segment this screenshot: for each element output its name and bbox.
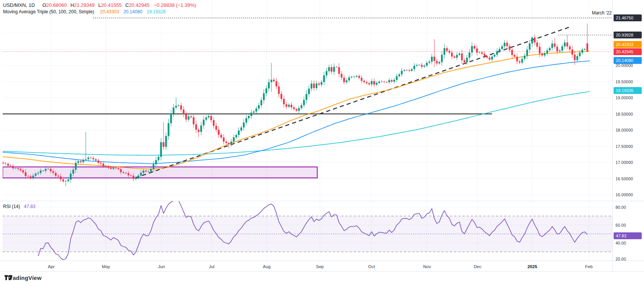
open-value: 20.68060	[46, 2, 67, 8]
time-axis-label-Oct: Oct	[368, 264, 375, 269]
price-scale-label-19.50000: 19.50000	[616, 79, 633, 84]
time-axis-label-Dec: Dec	[474, 264, 481, 269]
pane-separator[interactable]	[0, 201, 644, 201]
price-scale-label-17.50000: 17.50000	[616, 144, 633, 149]
time-axis-label-May: May	[102, 264, 110, 269]
time-axis-label-Feb: Feb	[585, 264, 593, 269]
price-scale-label-16.50000: 16.50000	[616, 176, 633, 181]
sma-200-line[interactable]	[0, 92, 590, 156]
trendline-dashed[interactable]	[135, 27, 570, 178]
price-scale-label-17.00000: 17.00000	[616, 160, 633, 165]
sma-100-line[interactable]	[0, 61, 590, 164]
chart-canvas[interactable]	[0, 0, 644, 286]
price-scale-label-18.00000: 18.00000	[616, 128, 633, 132]
price-badge-20.93928: 20.93928	[614, 32, 642, 38]
symbol-title: USD/MXN, 1D	[3, 2, 35, 8]
chart-window: USD/MXN, 1D O20.68060 H21.29349 L20.4155…	[0, 0, 644, 286]
time-axis-label-Sep: Sep	[316, 264, 324, 269]
chart-bottom-border	[0, 271, 644, 272]
time-axis-label-Jul: Jul	[209, 264, 215, 269]
change-value: −0.28838 (−1.39%)	[154, 2, 196, 8]
close-label: C	[125, 2, 129, 8]
tradingview-logo-icon	[5, 275, 13, 281]
ma200-value: 19.19326	[147, 9, 166, 14]
price-badge-20.43303: 20.43303	[614, 41, 642, 48]
candles-layer[interactable]	[2, 24, 588, 186]
price-scale-label-16.00000: 16.00000	[616, 192, 633, 197]
time-axis-label-Apr: Apr	[48, 264, 55, 269]
close-value: 20.42945	[129, 2, 149, 8]
indicator-title: Moving Average Triple (50, 100, 200, Sim…	[3, 9, 94, 14]
price-scale-label-19.00000: 19.00000	[616, 95, 633, 100]
indicator-legend[interactable]: Moving Average Triple (50, 100, 200, Sim…	[3, 9, 166, 14]
rsi-scale-label-20.00: 20.00	[616, 257, 626, 261]
rsi-pane[interactable]	[3, 200, 612, 260]
time-axis-label-Jun: Jun	[158, 264, 165, 269]
price-badge-21.46750: 21.46750	[614, 14, 642, 21]
rsi-legend[interactable]: RSI (14) 47.83	[3, 204, 35, 209]
time-axis-label-Aug: Aug	[263, 264, 271, 269]
price-badge-19.19326: 19.19326	[614, 87, 642, 94]
rsi-scale-label-40.00: 40.00	[616, 241, 626, 245]
price-badge-20.42945: 20.42945	[614, 48, 642, 55]
low-value: 20.41555	[101, 2, 122, 8]
open-label: O	[42, 2, 46, 8]
time-axis-label-Nov: Nov	[423, 264, 431, 269]
time-axis-border	[0, 261, 644, 261]
ma50-value: 20.43303	[100, 9, 119, 14]
price-scale-label-18.50000: 18.50000	[616, 112, 633, 116]
rsi-scale-label-60.00: 60.00	[616, 223, 626, 227]
rsi-title: RSI (14)	[3, 204, 20, 209]
symbol-legend[interactable]: USD/MXN, 1D O20.68060 H21.29349 L20.4155…	[3, 2, 196, 8]
price-scale-border	[612, 0, 613, 271]
sma-50-line[interactable]	[0, 51, 590, 169]
high-value: 21.29349	[74, 2, 95, 8]
low-label: L	[98, 2, 101, 8]
high-label: H	[70, 2, 74, 8]
march22-annotation: March '22	[568, 10, 612, 16]
price-pane[interactable]	[0, 18, 612, 186]
rsi-badge: 47.83	[614, 232, 642, 239]
rsi-scale-label-80.00: 80.00	[616, 205, 626, 210]
tradingview-attribution[interactable]: TradingView	[5, 275, 41, 281]
rsi-value: 47.83	[24, 204, 35, 209]
price-badge-20.14080: 20.14080	[614, 57, 642, 64]
time-axis-label-2025: 2025	[527, 264, 537, 269]
ma100-value: 20.14080	[123, 9, 142, 14]
